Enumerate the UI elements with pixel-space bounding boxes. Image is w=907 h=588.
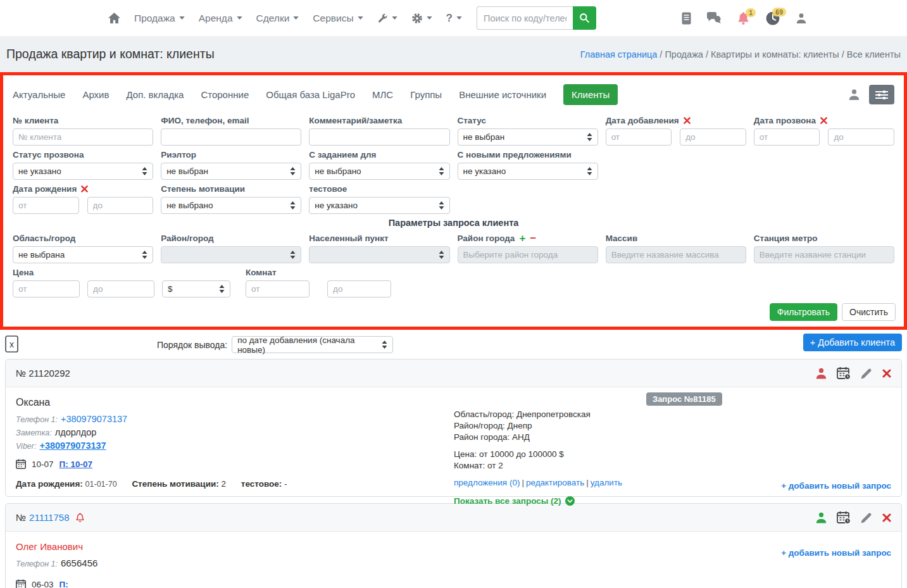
menu-services[interactable]: Сервисы [306,13,370,24]
status-select[interactable]: не выбран [458,128,598,146]
task-for-select[interactable]: не выбрано [309,163,449,180]
fio-input[interactable] [161,128,301,146]
comment-input[interactable] [309,128,449,146]
tab-actual[interactable]: Актуальные [13,89,65,100]
calendar-clock-icon[interactable] [837,511,851,524]
add-request-link[interactable]: + добавить новый запрос [781,481,891,491]
motivation-select[interactable]: не выбрано [161,197,301,214]
calendar-icon [16,579,26,588]
plus-icon[interactable]: + [519,235,525,242]
metro-input-disabled [754,246,894,263]
massif-input-disabled [606,246,746,263]
user-icon[interactable] [848,88,860,101]
client-status-user-icon[interactable] [815,511,827,524]
calendar-icon [16,459,26,469]
menu-sale[interactable]: Продажа [127,13,192,24]
sliders-icon [875,89,889,101]
realtor-select[interactable]: не выбран [161,163,301,180]
field-label: Статус [458,116,487,125]
clear-icon[interactable] [684,117,691,124]
menu-deals[interactable]: Сделки [249,13,306,24]
field-settlement: Населенный пункт [309,229,449,263]
tab-clients-active[interactable]: Клиенты [563,84,618,105]
delete-x-icon[interactable] [882,513,891,522]
currency-select[interactable]: $ [162,280,230,297]
sort-select[interactable]: по дате добавления (сначала новые) [232,336,393,353]
birth-date-to-input[interactable] [87,197,154,214]
delete-x-icon[interactable] [882,369,891,378]
date-call-to-input[interactable] [828,128,894,146]
menu-help[interactable]: ? [439,12,469,25]
journal-button[interactable] [682,12,691,25]
tab-extra[interactable]: Доп. вкладка [126,89,184,100]
viber-link[interactable]: +380979073137 [39,441,106,451]
caret-down-icon [237,16,242,20]
client-status-user-icon[interactable] [815,367,827,380]
field-task-for: С заданием для не выбрано [309,146,449,180]
tab-external-sources[interactable]: Внешние источники [459,89,546,100]
motivation-value: 2 [222,479,227,489]
tab-groups[interactable]: Группы [410,89,442,100]
rooms-from-input[interactable] [246,280,310,297]
notifications-button[interactable]: 1 [737,11,750,25]
show-all-requests-link[interactable]: Показать все запросы (2) [454,496,622,506]
price-from-input[interactable] [13,280,80,297]
p-date-link[interactable]: П: 10-07 [59,460,92,469]
clear-icon[interactable] [81,185,88,192]
dob-label: Дата рождения: [16,479,83,489]
filter-grid-row-1-2-3: № клиента ФИО, телефон, email Комментари… [9,111,898,263]
search-input[interactable] [477,6,573,30]
client-id-input[interactable] [13,128,153,146]
calendar-clock-icon[interactable] [837,366,851,380]
filter-settings-button[interactable] [869,85,894,104]
client-number-link[interactable]: 21111758 [29,512,69,523]
excel-export-button[interactable]: x [5,335,18,353]
test-select[interactable]: не указано [309,197,449,214]
profile-button[interactable] [796,12,807,25]
viber-label: Viber: [16,442,36,451]
field-label: Массив [606,234,638,243]
notification-badge: 1 [746,8,756,18]
add-request-link[interactable]: + добавить новый запрос [781,548,891,558]
clear-icon[interactable] [820,117,827,124]
field-comment: Комментарий/заметка [309,111,449,146]
minus-icon[interactable]: − [530,235,536,242]
edit-request-link[interactable]: редактировать [526,478,584,487]
breadcrumb-home-link[interactable]: Главная страница [580,49,658,59]
tab-third-party[interactable]: Сторонние [201,89,249,100]
edit-pencil-icon[interactable] [860,511,873,524]
home-button[interactable] [101,13,127,24]
caret-down-icon [179,16,185,20]
tasks-button[interactable]: 69 [765,11,780,26]
messages-button[interactable] [706,12,722,25]
filter-button[interactable]: Фильтровать [770,303,837,321]
call-status-select[interactable]: не указано [13,163,153,180]
tab-archive[interactable]: Архив [82,89,109,100]
tab-mls[interactable]: МЛС [372,89,393,100]
rooms-to-input[interactable] [327,280,391,297]
menu-rent[interactable]: Аренда [192,13,249,24]
menu-settings[interactable] [404,13,439,24]
region-select[interactable]: не выбрана [13,246,153,263]
price-to-input[interactable] [87,280,154,297]
filter-actions: Фильтровать Очистить [9,300,898,327]
new-offers-select[interactable]: не указано [458,163,598,180]
date-added-from-input[interactable] [606,128,672,146]
delete-request-link[interactable]: удалить [591,478,622,487]
phone-link[interactable]: +380979073137 [61,414,127,424]
offers-link[interactable]: предложения (0) [454,478,520,487]
search-button[interactable] [573,6,596,30]
clear-button[interactable]: Очистить [842,303,896,321]
birth-date-from-input[interactable] [13,197,79,214]
menu-tools[interactable] [370,13,404,23]
caret-down-icon [358,16,363,20]
request-links: предложения (0)|редактировать|удалить [454,478,622,487]
client-card-actions [815,511,891,524]
date-added-to-input[interactable] [680,128,746,146]
p-date-link[interactable]: П: [59,580,68,588]
alert-bell-icon [75,512,85,523]
tab-ligapro-base[interactable]: Общая база LigaPro [266,89,355,100]
edit-pencil-icon[interactable] [860,367,873,380]
add-client-button[interactable]: + Добавить клиента [803,334,902,351]
date-call-from-input[interactable] [754,128,820,146]
